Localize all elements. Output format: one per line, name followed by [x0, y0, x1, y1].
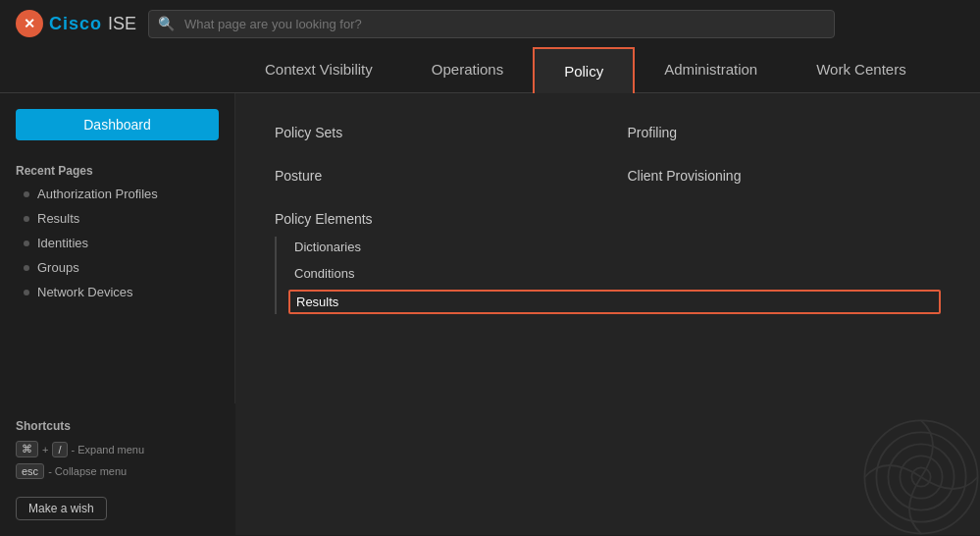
posture-item[interactable]: Posture: [275, 160, 589, 191]
close-button[interactable]: ✕: [16, 10, 43, 37]
shortcut-collapse: esc - Collapse menu: [16, 463, 220, 479]
dot-icon: [24, 265, 29, 271]
key-slash: /: [52, 442, 67, 457]
client-provisioning-item[interactable]: Client Provisioning: [628, 160, 942, 191]
main-layout: Dashboard Recent Pages Authorization Pro…: [0, 93, 980, 535]
tab-administration[interactable]: Administration: [635, 47, 787, 92]
plus-symbol: +: [42, 444, 48, 456]
sidebar-item-label: Network Devices: [37, 285, 133, 299]
policy-elements-section: Policy Elements Dictionaries Conditions …: [275, 211, 941, 314]
tab-policy[interactable]: Policy: [533, 47, 635, 93]
policy-elements-list: Dictionaries Conditions Results: [275, 237, 941, 314]
search-input[interactable]: [148, 10, 835, 38]
shortcuts-section: Shortcuts ⌘ + / - Expand menu esc - Coll…: [0, 403, 235, 536]
dot-icon: [24, 191, 29, 197]
search-bar: 🔍: [148, 10, 835, 38]
profiling-item[interactable]: Profiling: [628, 117, 942, 148]
fingerprint-watermark: [862, 418, 980, 536]
tab-work-centers[interactable]: Work Centers: [787, 47, 935, 92]
tab-context-visibility[interactable]: Context Visibility: [235, 47, 402, 92]
dot-icon: [24, 290, 29, 295]
nav-tabs: Context Visibility Operations Policy Adm…: [0, 47, 980, 93]
dot-icon: [24, 241, 29, 246]
product-name: ISE: [108, 14, 136, 34]
key-esc: esc: [16, 463, 44, 479]
sidebar-item-network-devices[interactable]: Network Devices: [0, 280, 234, 304]
policy-element-conditions[interactable]: Conditions: [288, 263, 941, 284]
topbar: ✕ Cisco ISE 🔍: [0, 0, 980, 47]
sidebar-item-authorization-profiles[interactable]: Authorization Profiles: [0, 182, 234, 206]
dashboard-button[interactable]: Dashboard: [16, 109, 219, 140]
dot-icon: [24, 216, 29, 222]
shortcuts-title: Shortcuts: [16, 419, 220, 433]
shortcut-expand: ⌘ + / - Expand menu: [16, 441, 220, 457]
sidebar-item-label: Results: [37, 211, 79, 226]
policy-sets-item[interactable]: Policy Sets: [275, 117, 589, 148]
policy-element-results[interactable]: Results: [288, 290, 941, 314]
sidebar-item-results[interactable]: Results: [0, 206, 234, 231]
cisco-logo: ✕ Cisco ISE: [16, 10, 136, 37]
sidebar: Dashboard Recent Pages Authorization Pro…: [0, 93, 235, 535]
recent-pages-title: Recent Pages: [0, 156, 234, 182]
sidebar-item-label: Identities: [37, 236, 88, 250]
brand-name: Cisco: [49, 14, 102, 34]
shortcut-expand-label: - Expand menu: [72, 444, 145, 456]
sidebar-item-groups[interactable]: Groups: [0, 255, 234, 280]
make-wish-button[interactable]: Make a wish: [16, 497, 107, 520]
policy-elements-title: Policy Elements: [275, 211, 941, 227]
shortcut-collapse-label: - Collapse menu: [48, 465, 127, 477]
sidebar-item-identities[interactable]: Identities: [0, 231, 234, 255]
key-cmd: ⌘: [16, 441, 38, 457]
search-icon: 🔍: [158, 16, 175, 31]
sidebar-item-label: Authorization Profiles: [37, 187, 158, 201]
tab-operations[interactable]: Operations: [402, 47, 533, 92]
policy-grid: Policy Sets Profiling Posture Client Pro…: [275, 117, 941, 191]
policy-element-dictionaries[interactable]: Dictionaries: [288, 237, 941, 257]
sidebar-item-label: Groups: [37, 260, 79, 275]
